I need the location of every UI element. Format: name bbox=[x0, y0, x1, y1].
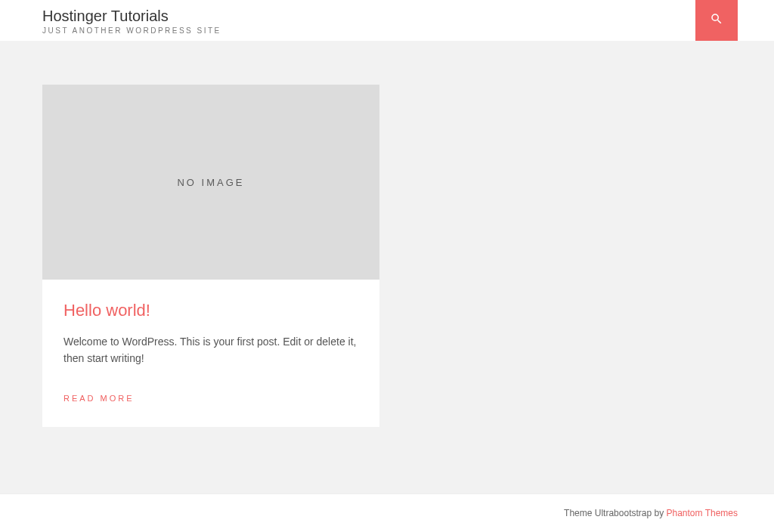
post-card: NO IMAGE Hello world! Welcome to WordPre… bbox=[42, 85, 379, 427]
post-featured-image-placeholder[interactable]: NO IMAGE bbox=[42, 85, 379, 280]
post-content: Hello world! Welcome to WordPress. This … bbox=[42, 280, 379, 427]
read-more-link[interactable]: READ MORE bbox=[63, 394, 135, 403]
main-content: NO IMAGE Hello world! Welcome to WordPre… bbox=[0, 41, 774, 457]
site-tagline: JUST ANOTHER WORDPRESS SITE bbox=[42, 26, 221, 35]
header-branding: Hostinger Tutorials JUST ANOTHER WORDPRE… bbox=[0, 0, 221, 41]
site-header: Hostinger Tutorials JUST ANOTHER WORDPRE… bbox=[0, 0, 774, 41]
post-title-link[interactable]: Hello world! bbox=[63, 301, 358, 320]
footer-theme-link[interactable]: Phantom Themes bbox=[667, 508, 738, 518]
search-icon bbox=[710, 12, 723, 29]
post-excerpt: Welcome to WordPress. This is your first… bbox=[63, 334, 358, 367]
no-image-label: NO IMAGE bbox=[177, 177, 244, 188]
site-title[interactable]: Hostinger Tutorials bbox=[42, 7, 221, 25]
site-footer: Theme Ultrabootstrap by Phantom Themes bbox=[0, 493, 774, 532]
search-button[interactable] bbox=[695, 0, 738, 41]
footer-credit-text: Theme Ultrabootstrap by bbox=[564, 508, 666, 518]
